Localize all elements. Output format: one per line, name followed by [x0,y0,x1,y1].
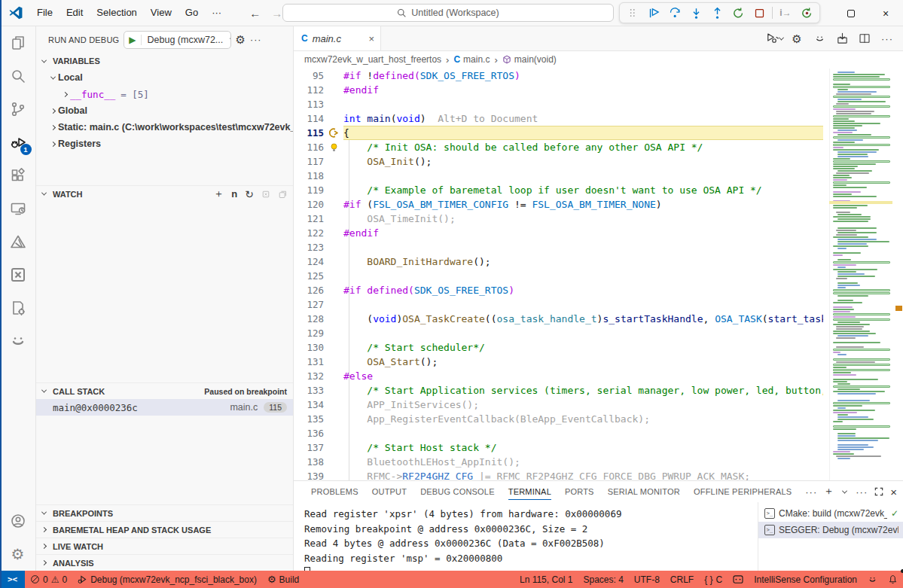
tab-main-c[interactable]: C main.c × [294,26,381,50]
code-line-126[interactable]: 126#if defined(SDK_OS_FREE_RTOS) [294,283,823,297]
forward-arrow[interactable]: → [271,7,282,20]
tab-close-icon[interactable]: × [368,33,374,44]
code-line-113[interactable]: 113 [294,97,823,111]
new-terminal-icon[interactable]: ＋ [823,485,834,498]
variable-row[interactable]: Static: main.c (C:\work\workspaces\test\… [36,119,293,136]
code-line-130[interactable]: 130 /* Start scheduler*/ [294,340,823,355]
debug-status[interactable]: Debug (mcxw72evk_ncp_fsci_black_box) [72,571,262,588]
code-line-129[interactable]: 129 [294,326,823,340]
activity-search[interactable] [0,59,36,93]
feedback-smiley-icon[interactable] [810,29,829,47]
split-editor-icon[interactable] [855,29,874,47]
command-center-search[interactable]: Untitled (Workspace) [282,4,614,22]
sidebar-more-icon[interactable]: ··· [250,35,262,45]
breadcrumb-item[interactable]: mcxw72evk_w_uart_host_freertos [304,54,441,65]
close-button[interactable]: × [868,0,903,26]
debug-gear-icon[interactable]: ⚙ [236,33,246,47]
code-line-117[interactable]: 117 OSA_Init(); [294,154,823,169]
code-line-119[interactable]: 119 /* Example of baremetal loop if user… [294,183,823,197]
problems-status[interactable]: 0 ⚠ 0 [25,571,72,588]
intellisense-config[interactable]: IntelliSense Configuration [749,571,862,588]
code-line-127[interactable]: 127 [294,297,823,312]
code-editor[interactable]: 95#if !defined(SDK_OS_FREE_RTOS)112#endi… [294,69,823,480]
continue-button-icon[interactable] [644,4,664,22]
close-panel-icon[interactable]: × [890,486,897,498]
panel-more-icon[interactable]: ··· [856,486,868,498]
activity-welcome-smiley[interactable] [0,324,36,358]
menu-file[interactable]: File [30,4,59,22]
breadcrumb[interactable]: mcxw72evk_w_uart_host_freertos›Cmain.c›m… [294,51,903,68]
step-over-button-icon[interactable] [665,4,685,22]
maximize-button[interactable] [834,0,868,26]
minimap[interactable] [829,69,892,480]
menu-selection[interactable]: Selection [90,4,143,22]
feedback-smiley-icon[interactable] [862,571,883,588]
flash-programmer-icon[interactable] [832,29,852,47]
code-line-132[interactable]: 132#else [294,369,823,383]
watch-section-header[interactable]: WATCH ＋ n ↻ [36,185,293,202]
eol-sequence[interactable]: CRLF [665,571,699,588]
terminal-list-item[interactable]: >_SEGGER: Debug (mcxw72evk_w_uart_ho... [758,522,903,538]
add-expression-icon[interactable]: ＋ [213,187,224,201]
code-line-124[interactable]: 124 BOARD_InitHardware(); [294,254,823,269]
language-mode[interactable]: { }C [699,571,728,588]
code-line-118[interactable]: 118 [294,169,823,183]
reset-device-button-icon[interactable] [797,4,816,22]
stop-button-icon[interactable] [749,4,769,22]
code-line-114[interactable]: 114int main(void) Alt+D to Document [294,111,823,126]
panel-tab-terminal[interactable]: TERMINAL [502,481,558,502]
activity-extensions[interactable] [0,159,36,192]
debug-config-dropdown[interactable]: ▶ Debug (mcxw72... [124,31,230,49]
code-line-122[interactable]: 122#endif [294,226,823,240]
activity-remote-explorer[interactable] [0,192,36,225]
remote-indicator[interactable]: >< [0,571,25,588]
step-out-button-icon[interactable] [707,4,727,22]
activity-project-config[interactable] [0,291,36,324]
variable-row[interactable]: Global [36,102,293,119]
code-line-128[interactable]: 128 (void)OSA_TaskCreate((osa_task_handl… [294,312,823,326]
breadcrumb-item[interactable]: main(void) [502,54,557,65]
drag-grip-icon[interactable] [623,4,642,22]
variables-section-header[interactable]: VARIABLES [36,53,293,69]
number-format-icon[interactable]: n [231,188,237,200]
mcu-device-icon[interactable] [728,571,749,588]
call-stack-section-header[interactable]: CALL STACK Paused on breakpoint [36,382,293,399]
indentation[interactable]: Spaces: 4 [578,571,628,588]
build-status[interactable]: ⚙ Build [262,571,304,588]
maximize-panel-icon[interactable] [874,486,884,497]
code-line-116[interactable]: 116 /* Init OSA: should be called before… [294,140,823,154]
panel-tab-offline-peripherals[interactable]: OFFLINE PERIPHERALS [687,481,798,502]
code-line-133[interactable]: 133 /* Start Application services (timer… [294,383,823,398]
section-breakpoints[interactable]: BREAKPOINTS [36,504,293,521]
code-line-136[interactable]: 136 [294,426,823,440]
refresh-icon[interactable]: ↻ [245,188,254,200]
code-line-137[interactable]: 137 /* Start Host stack */ [294,440,823,455]
panel-tab-debug-console[interactable]: DEBUG CONSOLE [413,481,502,502]
terminal-list-item[interactable]: >_CMake: build (mcxw72evk_w_uart_h...✓ [758,505,903,522]
overview-ruler[interactable] [892,69,903,480]
code-line-112[interactable]: 112#endif [294,83,823,97]
open-settings-icon[interactable]: ⚙ [787,29,807,47]
variable-row[interactable]: __func__= [5] [36,86,293,102]
code-line-135[interactable]: 135 App_RegisterEventCallback(BleApp_Eve… [294,412,823,426]
start-debug-icon[interactable]: ▶ [124,35,141,45]
section-live-watch[interactable]: LIVE WATCH [36,538,293,554]
panel-tab-problems[interactable]: PROBLEMS [304,481,365,502]
section-analysis[interactable]: ANALYSIS [36,554,293,571]
lightbulb-icon[interactable] [329,142,339,153]
menu-[interactable]: ··· [205,4,228,22]
terminal-dropdown-icon[interactable] [842,488,847,493]
cursor-position[interactable]: Ln 115, Col 1 [514,571,578,588]
code-line-139[interactable]: 139 RFMC->RF2P4GHZ_CFG |= RFMC_RF2P4GHZ_… [294,469,823,480]
tab-overflow-icon[interactable]: ··· [805,486,817,498]
run-or-debug-dropdown[interactable] [764,29,784,47]
disassembly-step-button-icon[interactable]: i→ [776,4,795,22]
back-arrow[interactable]: ← [249,7,261,20]
panel-tab-serial-monitor[interactable]: SERIAL MONITOR [601,481,687,502]
code-line-121[interactable]: 121 OSA_TimeInit(); [294,212,823,226]
activity-account-icon[interactable] [0,504,36,538]
step-into-button-icon[interactable] [686,4,706,22]
call-stack-frame[interactable]: main@0x0000236c main.c 115 [36,399,293,416]
code-line-95[interactable]: 95#if !defined(SDK_OS_FREE_RTOS) [294,69,823,83]
variable-row[interactable]: Local [36,69,293,86]
